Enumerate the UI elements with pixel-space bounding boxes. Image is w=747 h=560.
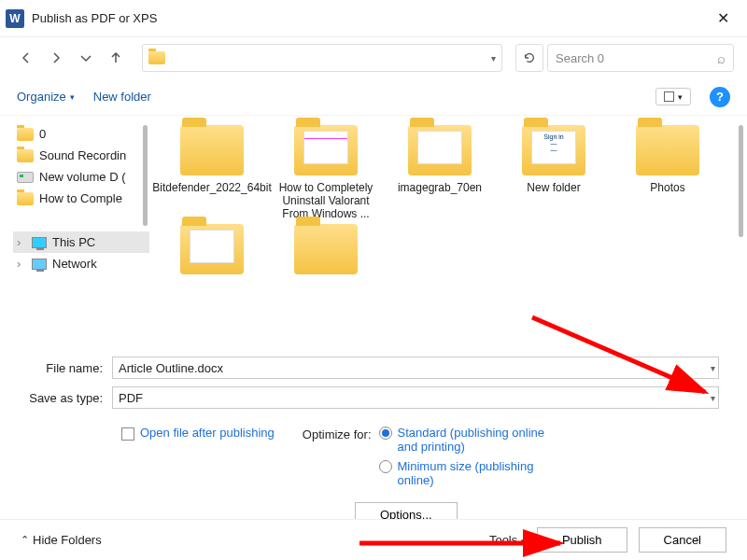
tools-menu[interactable]: Tools ▾ (489, 533, 526, 547)
toolbar: Organize▾ New folder ▾ ? (0, 78, 747, 116)
folder-icon (294, 224, 358, 274)
back-button[interactable] (13, 45, 39, 71)
drive-icon (17, 172, 34, 183)
file-grid: Bitdefender_2022_64bit How to Completely… (149, 116, 747, 349)
saveas-type-dropdown[interactable]: PDF▾ (112, 386, 719, 409)
network-icon (32, 259, 47, 270)
scrollbar-thumb[interactable] (739, 125, 743, 237)
folder-icon (294, 125, 358, 175)
chevron-down-icon: ▾ (70, 92, 75, 102)
radio-icon (379, 427, 392, 440)
search-icon: ⌕ (717, 50, 726, 66)
publish-button[interactable]: Publish (537, 527, 627, 553)
radio-icon (379, 460, 392, 473)
search-box[interactable]: Search 0 ⌕ (547, 44, 734, 72)
folder-preview (190, 230, 234, 263)
tree-item[interactable]: Sound Recordin (13, 145, 149, 166)
grid-folder[interactable] (157, 224, 267, 280)
folder-icon (180, 224, 244, 274)
title-bar: W Publish as PDF or XPS ✕ (0, 0, 747, 37)
folder-icon (148, 51, 165, 64)
chevron-down-icon[interactable]: ▾ (711, 393, 715, 403)
chevron-down-icon: ▾ (521, 537, 526, 546)
up-button[interactable] (103, 45, 129, 71)
grid-folder[interactable] (271, 224, 381, 280)
filename-label: File name: (28, 361, 112, 375)
hide-folders-toggle[interactable]: ⌃Hide Folders (21, 533, 102, 547)
footer: ⌃Hide Folders Tools ▾ Publish Cancel (0, 519, 747, 560)
grid-folder[interactable]: imagegrab_70en (385, 125, 495, 220)
folder-icon (180, 125, 244, 175)
view-button[interactable]: ▾ (655, 88, 691, 105)
nav-row: ▾ Search 0 ⌕ (0, 37, 747, 78)
folder-preview: Sign in—— (531, 131, 576, 164)
folder-icon: Sign in—— (522, 125, 585, 175)
grid-folder[interactable]: How to Completely Uninstall Valorant Fro… (271, 125, 381, 220)
optimize-label: Optimize for: (303, 426, 372, 493)
chevron-right-icon: › (17, 235, 26, 249)
word-app-icon: W (6, 9, 24, 28)
chevron-down-icon[interactable]: ▾ (491, 53, 496, 63)
folder-icon (408, 125, 472, 175)
cancel-button[interactable]: Cancel (639, 527, 726, 553)
radio-minimum[interactable]: Minimum size (publishing online) (379, 459, 547, 487)
main-area: 0 Sound Recordin New volume D ( How to C… (0, 116, 747, 349)
nav-tree: 0 Sound Recordin New volume D ( How to C… (0, 116, 149, 349)
chevron-up-icon: ⌃ (21, 534, 29, 546)
tree-item[interactable]: New volume D ( (13, 166, 149, 188)
save-form: File name: Article Outline.docx▾ Save as… (0, 349, 747, 420)
folder-icon (17, 149, 34, 162)
folder-icon (17, 192, 34, 205)
close-button[interactable]: ✕ (704, 9, 741, 27)
folder-preview (303, 131, 348, 164)
folder-preview (417, 131, 462, 164)
new-folder-button[interactable]: New folder (93, 90, 151, 104)
tree-item[interactable]: How to Comple (13, 188, 149, 209)
grid-folder[interactable]: Bitdefender_2022_64bit (157, 125, 267, 220)
search-placeholder: Search 0 (556, 51, 717, 65)
tree-item[interactable]: 0 (13, 123, 149, 145)
pc-icon (32, 237, 47, 248)
checkbox-icon (121, 427, 134, 441)
chevron-down-icon[interactable]: ▾ (711, 363, 715, 373)
address-bar[interactable]: ▾ (142, 44, 502, 72)
options-area: Open file after publishing Optimize for:… (0, 420, 747, 498)
grid-folder[interactable]: Sign in——New folder (499, 125, 609, 220)
refresh-button[interactable] (515, 44, 543, 72)
tree-item-network[interactable]: ›Network (13, 253, 149, 274)
radio-standard[interactable]: Standard (publishing online and printing… (379, 426, 547, 454)
forward-button[interactable] (43, 45, 69, 71)
scrollbar-thumb[interactable] (143, 125, 148, 226)
recent-dropdown[interactable] (73, 45, 99, 71)
organize-menu[interactable]: Organize▾ (17, 90, 75, 104)
grid-folder[interactable]: Photos (613, 125, 723, 220)
chevron-right-icon: › (17, 257, 26, 271)
help-button[interactable]: ? (710, 87, 730, 107)
folder-icon (17, 128, 34, 141)
filename-input[interactable]: Article Outline.docx▾ (112, 357, 719, 379)
window-title: Publish as PDF or XPS (32, 11, 704, 25)
open-after-checkbox[interactable]: Open file after publishing (121, 426, 275, 493)
chevron-down-icon: ▾ (678, 92, 683, 102)
saveas-label: Save as type: (28, 391, 112, 405)
folder-icon (636, 125, 699, 175)
tree-item-this-pc[interactable]: ›This PC (13, 231, 149, 253)
